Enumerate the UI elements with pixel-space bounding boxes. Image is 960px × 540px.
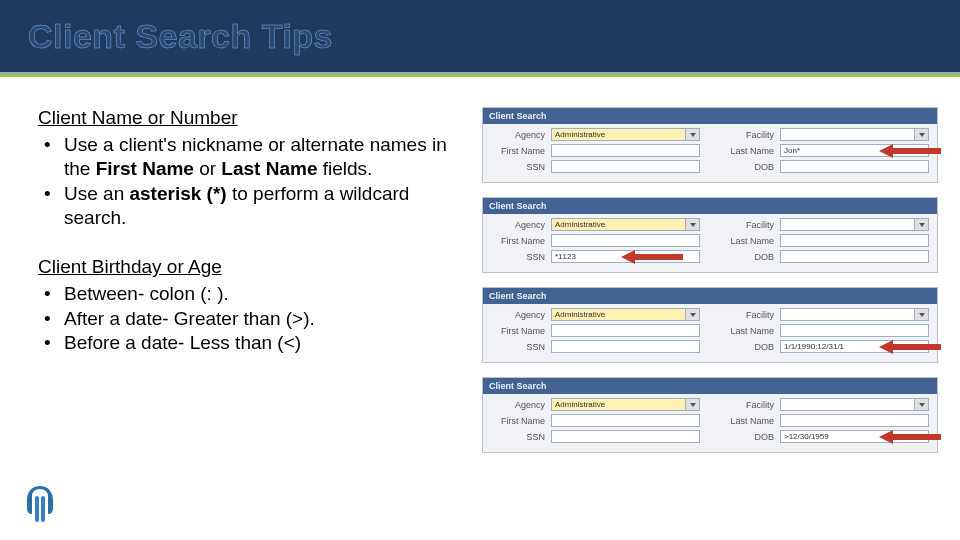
dropdown-icon[interactable] xyxy=(915,308,929,321)
section2-heading: Client Birthday or Age xyxy=(38,256,458,278)
facility-field[interactable] xyxy=(780,128,915,141)
bullet-icon: • xyxy=(44,282,64,306)
bullet-text: Use an asterisk (*) to perform a wildcar… xyxy=(64,182,458,231)
dropdown-icon[interactable] xyxy=(686,218,700,231)
ssn-field[interactable] xyxy=(551,430,700,443)
lastname-label: Last Name xyxy=(720,146,780,156)
firstname-label: First Name xyxy=(491,326,551,336)
dob-label: DOB xyxy=(720,252,780,262)
bullet-text: Between- colon (: ). xyxy=(64,282,458,306)
panel-body: Agency Administrative Facility First Nam… xyxy=(483,304,937,362)
ssn-label: SSN xyxy=(491,342,551,352)
svg-marker-2 xyxy=(879,340,941,354)
firstname-label: First Name xyxy=(491,236,551,246)
firstname-label: First Name xyxy=(491,416,551,426)
firstname-label: First Name xyxy=(491,146,551,156)
facility-label: Facility xyxy=(720,130,780,140)
panel-header: Client Search xyxy=(483,288,937,304)
section1-list: • Use a client's nickname or alternate n… xyxy=(38,133,458,230)
left-column: Client Name or Number • Use a client's n… xyxy=(38,107,458,453)
dob-label: DOB xyxy=(720,342,780,352)
dropdown-icon[interactable] xyxy=(686,308,700,321)
panel-header: Client Search xyxy=(483,378,937,394)
facility-label: Facility xyxy=(720,310,780,320)
facility-field[interactable] xyxy=(780,218,915,231)
agency-label: Agency xyxy=(491,310,551,320)
panel-header: Client Search xyxy=(483,198,937,214)
bullet-icon: • xyxy=(44,182,64,231)
svg-rect-4 xyxy=(35,496,39,522)
example-panel-dob-after: Client Search Agency Administrative Faci… xyxy=(482,377,938,453)
dropdown-icon[interactable] xyxy=(915,128,929,141)
right-column: Client Search Agency Administrative Faci… xyxy=(482,107,938,453)
agency-field[interactable]: Administrative xyxy=(551,308,686,321)
list-item: • Use an asterisk (*) to perform a wildc… xyxy=(44,182,458,231)
firstname-field[interactable] xyxy=(551,144,700,157)
brand-logo-icon xyxy=(18,482,62,526)
title-banner: Client Search Tips xyxy=(0,0,960,72)
bullet-icon: • xyxy=(44,307,64,331)
facility-label: Facility xyxy=(720,220,780,230)
list-item: •Before a date- Less than (<) xyxy=(44,331,458,355)
panel-header: Client Search xyxy=(483,108,937,124)
lastname-field[interactable] xyxy=(780,234,929,247)
lastname-field[interactable] xyxy=(780,414,929,427)
example-panel-lastname: Client Search Agency Administrative Faci… xyxy=(482,107,938,183)
panel-body: Agency Administrative Facility First Nam… xyxy=(483,124,937,182)
agency-label: Agency xyxy=(491,400,551,410)
example-panel-ssn: Client Search Agency Administrative Faci… xyxy=(482,197,938,273)
svg-marker-1 xyxy=(621,250,683,264)
arrow-icon xyxy=(879,340,941,354)
content-area: Client Name or Number • Use a client's n… xyxy=(0,77,960,453)
section1-heading: Client Name or Number xyxy=(38,107,458,129)
ssn-field[interactable] xyxy=(551,160,700,173)
dropdown-icon[interactable] xyxy=(915,398,929,411)
lastname-label: Last Name xyxy=(720,236,780,246)
bullet-text: Use a client's nickname or alternate nam… xyxy=(64,133,458,182)
agency-field[interactable]: Administrative xyxy=(551,398,686,411)
page-title: Client Search Tips xyxy=(28,17,333,56)
firstname-field[interactable] xyxy=(551,234,700,247)
panel-body: Agency Administrative Facility First Nam… xyxy=(483,214,937,272)
firstname-field[interactable] xyxy=(551,324,700,337)
bullet-text: After a date- Greater than (>). xyxy=(64,307,458,331)
facility-field[interactable] xyxy=(780,308,915,321)
lastname-field[interactable] xyxy=(780,324,929,337)
list-item: •Between- colon (: ). xyxy=(44,282,458,306)
dropdown-icon[interactable] xyxy=(915,218,929,231)
dropdown-icon[interactable] xyxy=(686,128,700,141)
facility-label: Facility xyxy=(720,400,780,410)
arrow-icon xyxy=(621,250,683,264)
svg-marker-0 xyxy=(879,144,941,158)
bullet-icon: • xyxy=(44,133,64,182)
ssn-field[interactable] xyxy=(551,340,700,353)
agency-field[interactable]: Administrative xyxy=(551,128,686,141)
ssn-label: SSN xyxy=(491,162,551,172)
lastname-label: Last Name xyxy=(720,326,780,336)
panel-body: Agency Administrative Facility First Nam… xyxy=(483,394,937,452)
section2-list: •Between- colon (: ). •After a date- Gre… xyxy=(38,282,458,355)
arrow-icon xyxy=(879,144,941,158)
arrow-icon xyxy=(879,430,941,444)
dob-label: DOB xyxy=(720,432,780,442)
bullet-text: Before a date- Less than (<) xyxy=(64,331,458,355)
lastname-label: Last Name xyxy=(720,416,780,426)
agency-field[interactable]: Administrative xyxy=(551,218,686,231)
svg-marker-3 xyxy=(879,430,941,444)
svg-rect-5 xyxy=(41,496,45,522)
bullet-icon: • xyxy=(44,331,64,355)
dropdown-icon[interactable] xyxy=(686,398,700,411)
facility-field[interactable] xyxy=(780,398,915,411)
firstname-field[interactable] xyxy=(551,414,700,427)
dob-field[interactable] xyxy=(780,250,929,263)
ssn-label: SSN xyxy=(491,432,551,442)
dob-label: DOB xyxy=(720,162,780,172)
list-item: • Use a client's nickname or alternate n… xyxy=(44,133,458,182)
ssn-label: SSN xyxy=(491,252,551,262)
agency-label: Agency xyxy=(491,130,551,140)
agency-label: Agency xyxy=(491,220,551,230)
dob-field[interactable] xyxy=(780,160,929,173)
example-panel-dob-range: Client Search Agency Administrative Faci… xyxy=(482,287,938,363)
list-item: •After a date- Greater than (>). xyxy=(44,307,458,331)
